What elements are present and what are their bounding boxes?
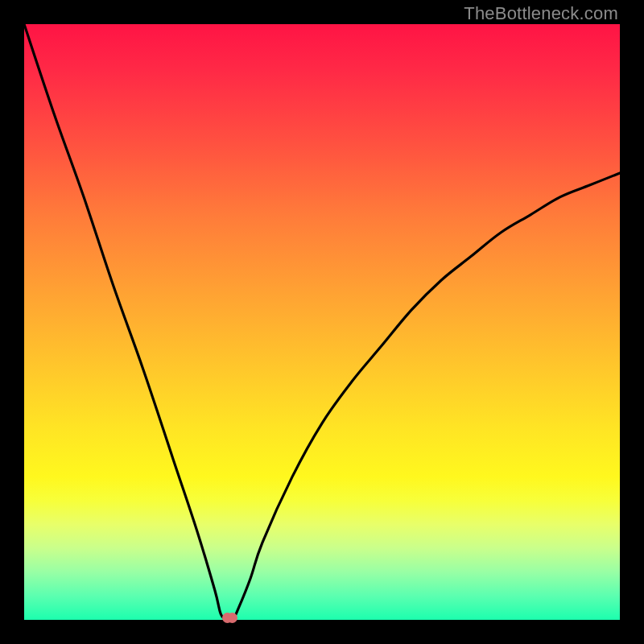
watermark-label: TheBottleneck.com [464, 3, 618, 24]
bottleneck-curve [24, 24, 620, 620]
plot-area [24, 24, 620, 620]
minimum-marker [222, 613, 233, 623]
chart-frame: TheBottleneck.com [0, 0, 644, 644]
minimum-marker [227, 613, 237, 623]
